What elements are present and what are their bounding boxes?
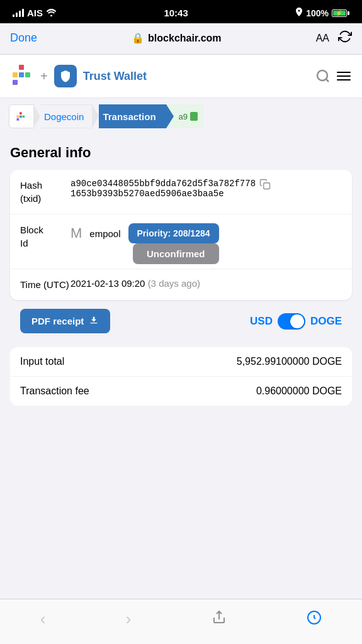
copy-icon[interactable] <box>259 179 271 192</box>
svg-rect-4 <box>25 72 30 77</box>
input-total-value: 5,952.99100000 DOGE <box>237 356 342 367</box>
hash-value: a90ce03448055bbf9dda762d5f3a782f778 1653… <box>71 179 256 199</box>
svg-rect-0 <box>13 72 18 77</box>
block-id-label: BlockId <box>20 223 71 250</box>
action-row: PDF receipt USD DOGE <box>10 300 352 340</box>
transaction-fee-label: Transaction fee <box>20 386 89 397</box>
time-row: Time (UTC) 2021-02-13 09:20 (3 days ago) <box>10 269 352 300</box>
transaction-fee-value: 0.96000000 DOGE <box>256 386 342 397</box>
svg-rect-2 <box>19 72 24 77</box>
main-content: + Trust Wallet <box>0 55 362 604</box>
svg-rect-9 <box>17 118 20 121</box>
browser-actions: AA <box>316 30 352 47</box>
breadcrumb-transaction[interactable]: Transaction <box>92 104 166 128</box>
general-info-card: Hash(txid) a90ce03448055bbf9dda762d5f3a7… <box>10 170 352 300</box>
currency-doge: DOGE <box>310 315 342 328</box>
browser-url-bar[interactable]: 🔒 blockchair.com <box>132 32 222 44</box>
mempool-m: M <box>71 225 82 242</box>
toggle-switch[interactable] <box>278 313 305 330</box>
status-left: AIS <box>13 8 57 18</box>
section-title: General info <box>10 145 352 161</box>
breadcrumb-home[interactable] <box>9 104 34 128</box>
trust-wallet-logo <box>54 65 77 87</box>
status-right: 100% ⚡ <box>295 8 349 18</box>
hash-label: Hash(txid) <box>20 179 71 205</box>
svg-point-5 <box>317 70 327 80</box>
back-button[interactable]: ‹ <box>28 607 59 631</box>
breadcrumb: Dogecoin Transaction a9 <box>0 98 362 135</box>
lock-icon: 🔒 <box>132 32 144 44</box>
status-bar: AIS 10:43 100% ⚡ <box>0 0 362 23</box>
bookmark-button[interactable] <box>294 608 334 631</box>
hash-row: Hash(txid) a90ce03448055bbf9dda762d5f3a7… <box>10 170 352 214</box>
download-icon <box>89 315 99 327</box>
carrier-label: AIS <box>27 8 43 18</box>
aa-button[interactable]: AA <box>316 33 329 44</box>
input-total-label: Input total <box>20 356 64 367</box>
svg-rect-1 <box>19 65 24 70</box>
data-rows: Input total 5,952.99100000 DOGE Transact… <box>10 347 352 406</box>
input-total-row: Input total 5,952.99100000 DOGE <box>10 347 352 377</box>
page-content: General info Hash(txid) a90ce03448055bbf… <box>0 135 362 416</box>
wifi-icon <box>46 8 57 18</box>
mempool-text: empool <box>89 228 120 239</box>
battery-icon: ⚡ <box>332 9 349 17</box>
reload-button[interactable] <box>338 30 352 47</box>
unconfirmed-badge: Unconfirmed <box>133 243 219 264</box>
signal-icon <box>13 9 24 17</box>
mempool-area: M empool Priority: 208/1284 Unconfirmed <box>71 223 219 260</box>
site-header: + Trust Wallet <box>0 55 362 98</box>
menu-icon[interactable] <box>337 72 351 80</box>
svg-rect-7 <box>20 112 22 114</box>
forward-button[interactable]: › <box>113 607 144 631</box>
blockchair-logo[interactable] <box>11 64 34 89</box>
trust-wallet-label: Trust Wallet <box>83 70 309 83</box>
time-value: 2021-02-13 09:20 (3 days ago) <box>71 278 200 289</box>
share-button[interactable] <box>199 608 239 631</box>
transaction-fee-row: Transaction fee 0.96000000 DOGE <box>10 377 352 406</box>
plus-icon: + <box>40 69 48 84</box>
block-id-row: BlockId M empool Priority: 208/1284 Unco… <box>10 214 352 269</box>
svg-rect-10 <box>23 116 25 118</box>
currency-toggle[interactable]: USD DOGE <box>250 313 342 330</box>
priority-badge[interactable]: Priority: 208/1284 <box>128 223 219 243</box>
currency-usd: USD <box>250 315 273 328</box>
toggle-knob <box>290 314 304 328</box>
done-button[interactable]: Done <box>10 31 37 45</box>
breadcrumb-dogecoin[interactable]: Dogecoin <box>40 104 93 128</box>
status-time: 10:43 <box>164 8 188 18</box>
svg-rect-6 <box>17 116 20 118</box>
bottom-nav: ‹ › <box>0 599 362 644</box>
location-icon <box>295 8 303 18</box>
search-icon[interactable] <box>315 69 331 84</box>
domain-label: blockchair.com <box>148 33 222 44</box>
svg-rect-3 <box>13 80 18 85</box>
pdf-receipt-button[interactable]: PDF receipt <box>20 309 110 333</box>
svg-rect-8 <box>20 116 22 118</box>
time-label: Time (UTC) <box>20 278 71 291</box>
svg-rect-11 <box>264 183 270 189</box>
browser-bar: Done 🔒 blockchair.com AA <box>0 23 362 54</box>
browser-chrome: Done 🔒 blockchair.com AA <box>0 23 362 55</box>
battery-percent: 100% <box>306 8 329 18</box>
